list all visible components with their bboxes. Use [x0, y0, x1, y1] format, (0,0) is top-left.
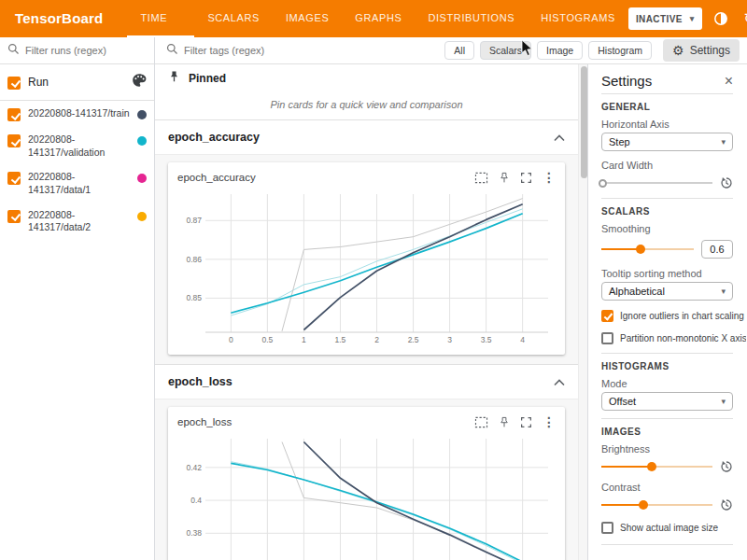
smoothing-slider[interactable] [601, 244, 694, 255]
runs-sidebar: Run 20220808-141317/train 20220808-14131… [0, 37, 155, 560]
partition-x-axis-checkbox[interactable]: Partition non-monotonic X axis i [601, 331, 733, 345]
svg-text:3: 3 [447, 335, 452, 344]
pin-icon [168, 70, 180, 87]
histogram-mode-select[interactable]: Offset ▾ [601, 392, 733, 411]
refresh-icon[interactable]: ↻ [740, 8, 747, 29]
reset-icon[interactable] [720, 460, 733, 473]
run-row-data-1[interactable]: 20220808-141317/data/1 [0, 164, 154, 202]
slider-thumb[interactable] [639, 500, 648, 510]
reload-status-dropdown[interactable]: INACTIVE ▾ [628, 7, 702, 30]
chevron-up-icon[interactable] [554, 129, 565, 146]
histograms-section-title: HISTOGRAMS [601, 361, 733, 372]
scrollbar-thumb[interactable] [581, 66, 587, 178]
chip-scalars[interactable]: Scalars [480, 41, 531, 60]
run-checkbox[interactable] [7, 210, 21, 223]
run-row-train[interactable]: 20220808-141317/train [0, 101, 154, 127]
horizontal-axis-select[interactable]: Step ▾ [601, 133, 733, 151]
tab-graphs[interactable]: GRAPHS [342, 0, 415, 37]
run-row-validation[interactable]: 20220808-141317/validation [0, 127, 154, 164]
tag-filter-chips: All Scalars Image Histogram [444, 41, 652, 60]
horizontal-axis-label: Horizontal Axis [601, 119, 733, 131]
chevron-down-icon: ▾ [690, 14, 695, 23]
topbar: TensorBoard TIME SERIES SCALARS IMAGES G… [0, 0, 747, 37]
slider-thumb[interactable] [599, 179, 607, 188]
ignore-outliers-label: Ignore outliers in chart scaling [620, 311, 744, 321]
tab-distributions[interactable]: DISTRIBUTIONS [415, 0, 528, 37]
svg-text:0.86: 0.86 [186, 255, 202, 264]
svg-text:0.4: 0.4 [190, 496, 202, 505]
tooltip-sorting-select[interactable]: Alphabetical ▾ [601, 282, 733, 301]
run-name: 20220808-141317/data/1 [28, 171, 130, 196]
ignore-outliers-checkbox[interactable]: Ignore outliers in chart scaling [601, 309, 733, 323]
tooltip-sorting-value: Alphabetical [609, 286, 665, 297]
fullscreen-icon[interactable] [520, 416, 532, 428]
svg-text:2: 2 [374, 335, 379, 344]
svg-text:0: 0 [229, 335, 233, 344]
smoothing-value-input[interactable]: 0.6 [701, 240, 733, 259]
chevron-down-icon: ▾ [721, 397, 726, 406]
pinned-title: Pinned [189, 72, 226, 85]
pin-card-icon[interactable] [499, 416, 510, 428]
epoch-loss-chart[interactable]: 00.511.522.533.540.360.380.40.42 [176, 433, 557, 560]
run-name: 20220808-141317/train [28, 107, 130, 120]
run-color-dot [137, 136, 147, 146]
tab-scalars[interactable]: SCALARS [194, 0, 273, 37]
horizontal-axis-value: Step [609, 136, 630, 147]
tab-images[interactable]: IMAGES [273, 0, 342, 37]
run-name: 20220808-141317/data/2 [28, 209, 130, 234]
svg-text:1.5: 1.5 [335, 335, 346, 344]
main-scrollbar[interactable] [578, 64, 587, 560]
reset-icon[interactable] [720, 498, 733, 511]
close-icon[interactable]: × [725, 74, 733, 89]
partition-x-axis-label: Partition non-monotonic X axis [620, 333, 746, 343]
chip-histogram[interactable]: Histogram [588, 41, 652, 60]
fit-to-domain-icon[interactable] [474, 172, 488, 184]
scalar-card-epoch-accuracy: epoch_accuracy [168, 162, 565, 355]
runs-header-row: Run [0, 64, 154, 101]
scalars-section-title: SCALARS [601, 206, 733, 217]
tab-histograms[interactable]: HISTOGRAMS [528, 0, 628, 37]
slider-thumb[interactable] [647, 462, 656, 471]
palette-icon[interactable] [132, 73, 147, 91]
reset-icon[interactable] [720, 176, 733, 189]
fit-to-domain-icon[interactable] [474, 416, 488, 428]
tab-time-series[interactable]: TIME SERIES [127, 0, 194, 37]
run-checkbox[interactable] [7, 172, 21, 185]
tags-toolbar: All Scalars Image Histogram ⚙ Settings [155, 37, 747, 64]
search-icon [166, 42, 178, 59]
run-color-dot [137, 174, 147, 183]
run-checkbox[interactable] [7, 108, 21, 121]
select-all-runs-checkbox[interactable] [7, 77, 21, 90]
show-actual-size-checkbox[interactable]: Show actual image size [601, 521, 733, 535]
filter-runs-input[interactable] [25, 45, 147, 56]
theme-toggle-icon[interactable] [711, 8, 731, 29]
brightness-label: Brightness [601, 443, 733, 455]
run-checkbox[interactable] [7, 134, 21, 147]
slider-thumb[interactable] [636, 245, 645, 254]
fullscreen-icon[interactable] [520, 172, 532, 184]
tooltip-sorting-label: Tooltip sorting method [601, 268, 733, 280]
section-header-epoch-loss[interactable]: epoch_loss [155, 365, 578, 399]
brightness-slider[interactable] [601, 461, 712, 472]
topbar-actions: INACTIVE ▾ ↻ ⚙ ? [628, 0, 747, 37]
svg-text:1: 1 [302, 335, 306, 344]
run-color-dot [137, 110, 147, 119]
contrast-slider[interactable] [601, 499, 712, 511]
pinned-empty-hint: Pin cards for a quick view and compariso… [155, 92, 578, 120]
chevron-up-icon[interactable] [554, 373, 565, 390]
chip-all[interactable]: All [444, 41, 474, 60]
more-options-icon[interactable]: ⋮ [543, 414, 556, 429]
checkbox-icon [601, 522, 613, 534]
settings-button[interactable]: ⚙ Settings [663, 39, 740, 62]
run-color-dot [137, 212, 147, 221]
chip-image[interactable]: Image [537, 41, 583, 60]
more-options-icon[interactable]: ⋮ [543, 170, 556, 185]
app-title: TensorBoard [15, 0, 103, 37]
filter-tags-input[interactable] [184, 45, 439, 56]
main-tabs: TIME SERIES SCALARS IMAGES GRAPHS DISTRI… [127, 0, 627, 37]
epoch-accuracy-chart[interactable]: 00.511.522.533.540.850.860.87 [176, 189, 557, 351]
card-width-slider[interactable] [601, 177, 712, 189]
section-header-epoch-accuracy[interactable]: epoch_accuracy [155, 120, 578, 155]
run-row-data-2[interactable]: 20220808-141317/data/2 [0, 203, 154, 240]
pin-card-icon[interactable] [499, 172, 510, 184]
